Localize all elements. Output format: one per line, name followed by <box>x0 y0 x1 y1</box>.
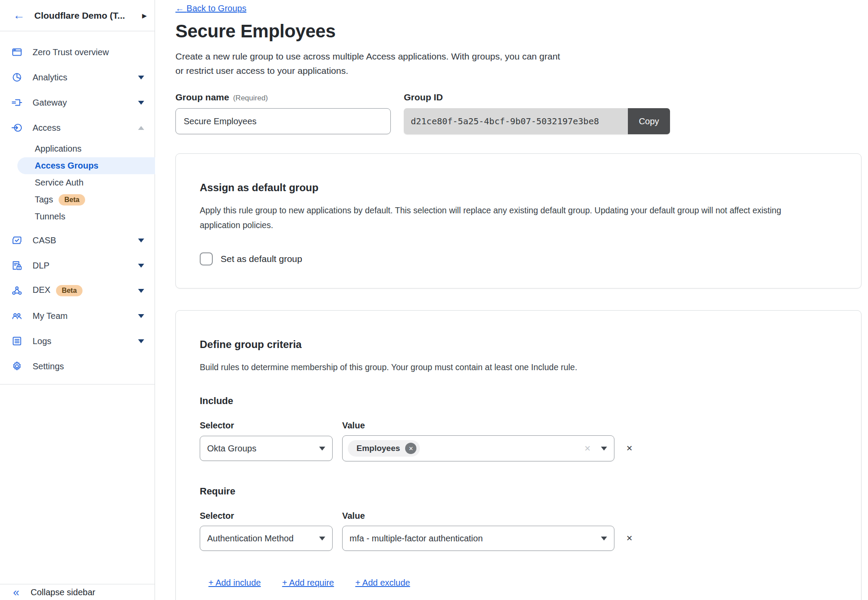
rule-actions: + Add include + Add require + Add exclud… <box>208 578 837 588</box>
sidebar-nav: Zero Trust overview Analytics Gateway Ac… <box>0 31 155 385</box>
gear-icon <box>11 361 23 372</box>
sidebar-item-label: Zero Trust overview <box>33 47 144 57</box>
sidebar-item-my-team[interactable]: My Team <box>0 303 155 328</box>
set-default-group-checkbox-row[interactable]: Set as default group <box>200 252 837 265</box>
require-heading: Require <box>200 486 837 497</box>
remove-include-rule-icon[interactable]: ✕ <box>626 444 633 453</box>
chevron-down-icon[interactable] <box>138 314 144 318</box>
include-selector-label: Selector <box>200 421 342 431</box>
sidebar-item-label: DEXBeta <box>33 285 138 296</box>
sidebar-item-dlp[interactable]: DLP <box>0 253 155 278</box>
include-selector-dropdown[interactable]: Okta Groups <box>200 436 333 461</box>
sidebar-item-label: Gateway <box>33 98 138 108</box>
gateway-icon <box>11 97 23 109</box>
logs-icon <box>11 335 23 347</box>
sidebar-item-service-auth[interactable]: Service Auth <box>0 174 155 191</box>
account-name[interactable]: Cloudflare Demo (T... <box>34 10 142 21</box>
back-arrow-icon[interactable]: ← <box>13 10 25 21</box>
back-to-groups-link[interactable]: ← Back to Groups <box>175 3 246 13</box>
include-heading: Include <box>200 395 837 407</box>
group-id-label: Group ID <box>404 92 670 103</box>
chevron-down-icon <box>601 537 607 540</box>
set-default-group-label: Set as default group <box>221 254 302 264</box>
collapse-sidebar-button[interactable]: « Collapse sidebar <box>0 584 155 600</box>
main-content: ← Back to Groups Secure Employees Create… <box>155 0 868 600</box>
set-default-group-checkbox[interactable] <box>200 252 213 265</box>
sidebar-item-label: My Team <box>33 311 138 321</box>
sidebar-item-tunnels[interactable]: Tunnels <box>0 208 155 225</box>
required-hint: (Required) <box>233 94 268 102</box>
group-name-input[interactable] <box>175 108 391 134</box>
sidebar-item-zero-trust-overview[interactable]: Zero Trust overview <box>0 40 155 65</box>
sidebar-item-label: Logs <box>33 336 138 346</box>
default-group-card: Assign as default group Apply this rule … <box>175 153 861 288</box>
clear-values-icon[interactable]: × <box>584 442 591 454</box>
chevron-down-icon <box>601 447 607 451</box>
require-selector-label: Selector <box>200 511 342 521</box>
pie-chart-icon <box>11 72 23 83</box>
chevron-down-icon[interactable] <box>138 289 144 293</box>
access-icon <box>11 122 23 134</box>
criteria-card: Define group criteria Build rules to det… <box>175 310 861 600</box>
sidebar-item-dex[interactable]: DEXBeta <box>0 278 155 303</box>
dlp-icon <box>11 260 23 272</box>
remove-tag-icon[interactable]: ✕ <box>405 443 416 454</box>
default-group-card-description: Apply this rule group to new application… <box>200 203 837 232</box>
sidebar-item-label: Settings <box>33 361 144 371</box>
chevron-down-icon <box>319 537 325 540</box>
page-description: Create a new rule group to use across mu… <box>175 49 861 78</box>
include-rule-row: Okta Groups Employees ✕ × ✕ <box>200 435 837 461</box>
sidebar-item-label: CASB <box>33 235 138 245</box>
beta-badge: Beta <box>56 285 83 296</box>
chevron-down-icon[interactable] <box>138 76 144 80</box>
sidebar-item-analytics[interactable]: Analytics <box>0 65 155 90</box>
sidebar-item-settings[interactable]: Settings <box>0 354 155 379</box>
add-include-link[interactable]: + Add include <box>208 578 261 588</box>
sidebar-item-tags[interactable]: Tags Beta <box>0 191 155 208</box>
sidebar-item-applications[interactable]: Applications <box>0 140 155 157</box>
chevron-up-icon[interactable] <box>138 126 144 130</box>
require-value-dropdown[interactable]: mfa - multiple-factor authentication <box>342 526 614 551</box>
criteria-card-title: Define group criteria <box>200 338 837 351</box>
sidebar-item-access[interactable]: Access <box>0 115 155 140</box>
require-value-label: Value <box>342 511 365 521</box>
require-rule-row: Authentication Method mfa - multiple-fac… <box>200 526 837 551</box>
remove-require-rule-icon[interactable]: ✕ <box>626 534 633 543</box>
sidebar-header: ← Cloudflare Demo (T... ▶ <box>0 0 155 31</box>
window-icon <box>11 46 23 58</box>
sidebar-divider <box>0 384 155 385</box>
add-exclude-link[interactable]: + Add exclude <box>355 578 410 588</box>
sidebar-item-gateway[interactable]: Gateway <box>0 90 155 115</box>
require-selector-dropdown[interactable]: Authentication Method <box>200 526 333 551</box>
add-require-link[interactable]: + Add require <box>282 578 334 588</box>
sidebar-item-logs[interactable]: Logs <box>0 328 155 354</box>
chevron-down-icon[interactable] <box>138 101 144 105</box>
page-title: Secure Employees <box>175 21 861 42</box>
collapse-chevrons-icon: « <box>13 587 19 598</box>
include-value-multiselect[interactable]: Employees ✕ × <box>342 435 614 461</box>
sidebar-item-label: DLP <box>33 261 138 271</box>
chevron-down-icon[interactable] <box>138 239 144 242</box>
team-icon <box>11 310 23 322</box>
criteria-card-description: Build rules to determine membership of t… <box>200 360 837 375</box>
sidebar-item-access-groups[interactable]: Access Groups <box>17 157 155 174</box>
casb-icon <box>11 235 23 246</box>
chevron-down-icon[interactable] <box>138 339 144 343</box>
sidebar-item-label: Access <box>33 123 138 133</box>
copy-button[interactable]: Copy <box>628 108 670 134</box>
beta-badge: Beta <box>59 194 85 206</box>
group-id-value: d21ce80f-5a25-4bcf-9b07-5032197e3be8 <box>404 108 628 134</box>
default-group-card-title: Assign as default group <box>200 182 837 194</box>
sidebar: ← Cloudflare Demo (T... ▶ Zero Trust ove… <box>0 0 155 600</box>
sidebar-item-casb[interactable]: CASB <box>0 228 155 253</box>
dex-icon <box>11 285 23 297</box>
include-value-label: Value <box>342 421 365 431</box>
sidebar-item-label: Analytics <box>33 73 138 83</box>
chevron-down-icon <box>319 447 325 451</box>
account-expand-icon[interactable]: ▶ <box>142 12 147 19</box>
chevron-down-icon[interactable] <box>138 264 144 268</box>
group-name-label: Group name(Required) <box>175 92 391 103</box>
value-tag: Employees ✕ <box>348 440 420 457</box>
